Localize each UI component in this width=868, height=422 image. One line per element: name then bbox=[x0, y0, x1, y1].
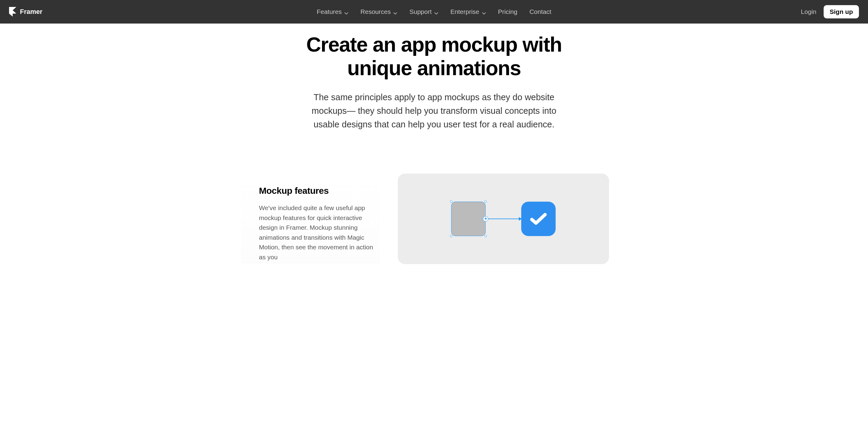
arrow-line bbox=[488, 218, 519, 219]
checkmark-icon bbox=[529, 212, 548, 226]
framer-logo-icon bbox=[9, 7, 16, 17]
hero-subtitle: The same principles apply to app mockups… bbox=[310, 91, 558, 131]
hero-title: Create an app mockup with unique animati… bbox=[289, 33, 579, 80]
login-link[interactable]: Login bbox=[801, 8, 816, 16]
nav-item-enterprise[interactable]: Enterprise bbox=[450, 8, 486, 16]
brand-name: Framer bbox=[20, 8, 42, 16]
logo-section[interactable]: Framer bbox=[9, 7, 42, 17]
signup-button[interactable]: Sign up bbox=[824, 5, 859, 19]
nav-label: Support bbox=[409, 8, 432, 16]
lightning-icon bbox=[485, 217, 487, 221]
nav-label: Contact bbox=[529, 8, 551, 16]
chevron-down-icon bbox=[393, 10, 398, 14]
chevron-down-icon bbox=[434, 10, 438, 14]
content-section: Mockup features We've included quite a f… bbox=[253, 174, 615, 264]
nav-right: Login Sign up bbox=[801, 5, 859, 19]
lightning-node-icon bbox=[483, 216, 488, 221]
nav-label: Features bbox=[317, 8, 342, 16]
nav-item-features[interactable]: Features bbox=[317, 8, 348, 16]
navbar: Framer Features Resources Support bbox=[0, 0, 868, 24]
selection-handle bbox=[485, 235, 487, 237]
features-body: We've included quite a few useful app mo… bbox=[259, 203, 380, 262]
animation-graphic bbox=[451, 202, 556, 236]
nav-label: Resources bbox=[360, 8, 391, 16]
features-column: Mockup features We've included quite a f… bbox=[259, 174, 380, 264]
chevron-down-icon bbox=[344, 10, 348, 14]
graphic-panel bbox=[398, 174, 609, 264]
nav-item-resources[interactable]: Resources bbox=[360, 8, 397, 16]
selected-frame-icon bbox=[451, 202, 486, 236]
hero-section: Create an app mockup with unique animati… bbox=[283, 24, 585, 149]
checkmark-result-icon bbox=[521, 202, 556, 236]
chevron-down-icon bbox=[482, 10, 486, 14]
nav-item-support[interactable]: Support bbox=[409, 8, 438, 16]
transition-arrow bbox=[486, 217, 522, 221]
selection-handle bbox=[485, 201, 487, 203]
selection-handle bbox=[450, 201, 453, 203]
nav-label: Pricing bbox=[498, 8, 517, 16]
features-title: Mockup features bbox=[259, 186, 380, 196]
selection-handle bbox=[450, 235, 453, 237]
nav-center: Features Resources Support bbox=[317, 8, 551, 16]
nav-label: Enterprise bbox=[450, 8, 479, 16]
nav-item-contact[interactable]: Contact bbox=[529, 8, 551, 16]
nav-item-pricing[interactable]: Pricing bbox=[498, 8, 517, 16]
arrow-head-icon bbox=[519, 217, 522, 221]
